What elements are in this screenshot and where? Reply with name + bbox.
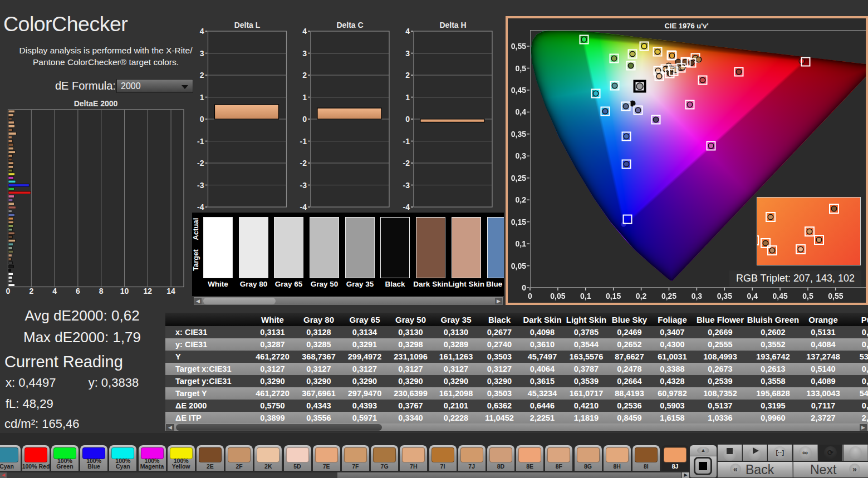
- svg-text:-3: -3: [197, 181, 204, 190]
- svg-text:0,4: 0,4: [747, 292, 758, 300]
- svg-text:0,05: 0,05: [511, 262, 526, 270]
- svg-text:-1: -1: [300, 137, 307, 146]
- svg-text:8: 8: [99, 287, 104, 295]
- svg-text:0,4: 0,4: [516, 107, 527, 116]
- svg-text:0,25: 0,25: [661, 292, 676, 300]
- svg-text:0: 0: [528, 292, 532, 300]
- svg-text:0,05: 0,05: [550, 292, 565, 300]
- svg-text:2: 2: [405, 71, 410, 80]
- svg-text:0,55: 0,55: [511, 42, 526, 51]
- svg-text:-1: -1: [197, 137, 204, 146]
- svg-text:0,15: 0,15: [511, 218, 526, 226]
- svg-text:3: 3: [405, 49, 410, 58]
- svg-text:Delta C: Delta C: [336, 21, 363, 29]
- svg-text:-4: -4: [197, 203, 204, 211]
- svg-text:-1: -1: [403, 137, 410, 146]
- svg-text:0,35: 0,35: [717, 292, 732, 300]
- svg-text:0,5: 0,5: [516, 64, 527, 73]
- svg-text:14: 14: [166, 287, 175, 295]
- svg-text:0: 0: [6, 287, 11, 295]
- svg-text:0,3: 0,3: [692, 292, 703, 300]
- svg-text:0,15: 0,15: [606, 292, 621, 300]
- svg-text:4: 4: [405, 27, 410, 36]
- svg-text:-2: -2: [197, 159, 204, 167]
- svg-text:4: 4: [200, 27, 204, 36]
- svg-text:0,45: 0,45: [772, 292, 787, 300]
- svg-text:4: 4: [52, 287, 57, 295]
- svg-text:0: 0: [405, 115, 410, 124]
- svg-text:0,25: 0,25: [511, 174, 526, 183]
- svg-text:0,2: 0,2: [516, 195, 527, 204]
- svg-text:1: 1: [302, 93, 307, 102]
- svg-text:Delta H: Delta H: [439, 21, 466, 29]
- svg-text:0,1: 0,1: [516, 239, 527, 248]
- svg-text:-2: -2: [403, 159, 410, 167]
- svg-text:-3: -3: [403, 181, 410, 190]
- svg-text:12: 12: [144, 287, 153, 295]
- svg-text:-4: -4: [300, 203, 307, 211]
- svg-text:0,5: 0,5: [802, 292, 813, 300]
- svg-text:-2: -2: [300, 159, 307, 167]
- svg-text:0,35: 0,35: [511, 130, 526, 139]
- svg-text:1: 1: [405, 93, 410, 102]
- svg-text:0: 0: [200, 115, 204, 124]
- svg-text:-3: -3: [300, 181, 307, 190]
- svg-text:6: 6: [76, 287, 80, 295]
- svg-text:0,3: 0,3: [516, 151, 527, 160]
- svg-text:0: 0: [302, 115, 307, 124]
- svg-text:0,1: 0,1: [580, 292, 591, 300]
- svg-text:0,2: 0,2: [636, 292, 647, 300]
- svg-text:0: 0: [522, 283, 526, 292]
- svg-text:2: 2: [29, 287, 33, 295]
- svg-text:Delta L: Delta L: [234, 21, 261, 29]
- svg-text:10: 10: [120, 287, 129, 295]
- svg-text:0,55: 0,55: [828, 292, 843, 300]
- svg-text:0,45: 0,45: [511, 86, 526, 95]
- svg-text:2: 2: [302, 71, 307, 80]
- svg-text:1: 1: [200, 93, 204, 102]
- svg-text:3: 3: [200, 49, 204, 58]
- svg-text:3: 3: [302, 49, 307, 58]
- svg-text:2: 2: [200, 71, 204, 80]
- svg-text:4: 4: [302, 27, 307, 36]
- svg-text:-4: -4: [403, 203, 410, 211]
